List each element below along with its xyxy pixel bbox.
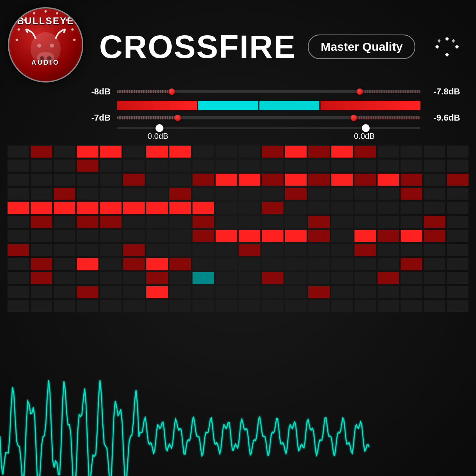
white-slider-row [91,126,460,130]
svg-marker-15 [445,37,449,41]
waveform-line [0,380,369,476]
svg-point-12 [23,19,26,21]
left-db-label-2: -7dB [91,113,117,123]
settings-icon[interactable] [435,35,459,59]
waveform-svg [0,377,476,476]
control-row-2: -7dB -9.6dB [91,113,460,123]
zero-db-left: 0.0dB [148,132,168,141]
svg-point-8 [65,19,68,21]
logo-circle: BULLSEYE [8,7,83,83]
svg-marker-20 [452,39,455,43]
app-container: BULLSEYE [0,0,476,476]
logo-container: BULLSEYE [8,7,87,86]
plugin-name: CROSSFIRE [99,31,296,63]
svg-point-11 [33,12,35,15]
slider-fill-dotted-right-1 [360,90,420,93]
slider-fill-dotted-2 [117,116,178,119]
title-area: CROSSFIRE Master Quality [87,31,464,63]
bar-cyan-2 [259,101,319,110]
slider-fill-dotted-right-2 [354,116,420,119]
zero-db-right: 0.0dB [354,132,374,141]
slider-knob-left-2[interactable] [175,115,181,121]
quality-badge[interactable]: Master Quality [308,35,415,59]
slider-fill-dotted-1 [117,90,172,93]
svg-point-10 [73,39,76,41]
bar-red-left [117,101,197,110]
svg-marker-18 [455,45,459,49]
logo-dots-decoration [9,8,82,81]
color-bars-row-1 [117,100,420,111]
slider-2[interactable] [117,114,420,122]
svg-point-6 [44,10,47,13]
spectrum-area [0,132,476,314]
svg-point-13 [17,28,20,31]
svg-point-14 [15,39,18,41]
spectrum-canvas [6,144,470,314]
white-knob-right[interactable] [362,124,370,132]
svg-point-7 [56,12,58,15]
slider-knob-right-2[interactable] [351,115,357,121]
settings-dots-icon [435,35,459,59]
header: BULLSEYE [0,0,476,90]
right-db-value-2: -9.6dB [420,113,460,123]
svg-marker-17 [435,45,439,49]
waveform-area [0,377,476,476]
controls-section: -8dB -7.8dB [0,86,476,132]
slider-track-2 [117,116,420,119]
white-knob-left[interactable] [155,124,163,132]
svg-marker-19 [438,39,441,43]
bar-cyan-1 [198,101,258,110]
slider-track-1 [117,90,420,93]
bar-red-right [321,101,420,110]
svg-marker-16 [445,53,449,57]
svg-point-9 [71,28,74,31]
bottom-slider-track[interactable] [117,126,420,130]
